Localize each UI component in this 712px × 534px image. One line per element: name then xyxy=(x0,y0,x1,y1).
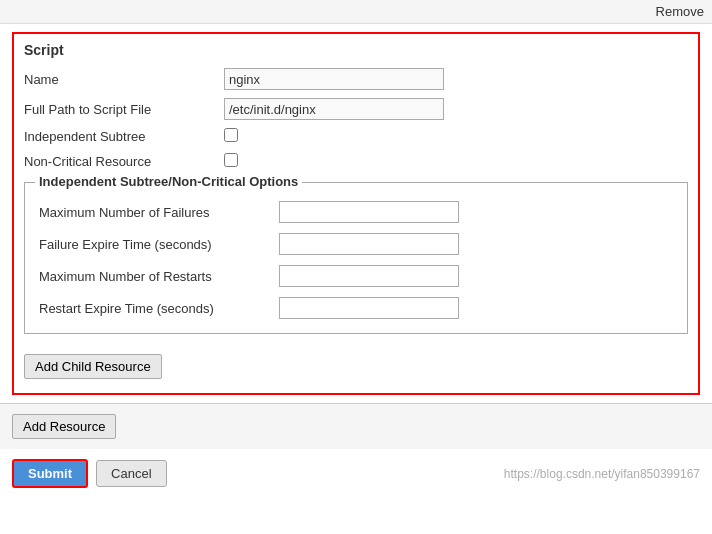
failure-expire-row: Failure Expire Time (seconds) xyxy=(39,233,673,255)
full-path-input[interactable] xyxy=(224,98,444,120)
add-resource-button[interactable]: Add Resource xyxy=(12,414,116,439)
max-restarts-row: Maximum Number of Restarts xyxy=(39,265,673,287)
top-bar: Remove xyxy=(0,0,712,24)
max-restarts-label: Maximum Number of Restarts xyxy=(39,269,279,284)
name-label: Name xyxy=(24,72,224,87)
restart-expire-label: Restart Expire Time (seconds) xyxy=(39,301,279,316)
max-failures-input[interactable] xyxy=(279,201,459,223)
non-critical-checkbox[interactable] xyxy=(224,153,238,167)
independent-subtree-checkbox[interactable] xyxy=(224,128,238,142)
name-value xyxy=(224,68,688,90)
cancel-button[interactable]: Cancel xyxy=(96,460,166,487)
page-wrapper: Remove Script Name Full Path to Script F… xyxy=(0,0,712,534)
non-critical-row: Non-Critical Resource xyxy=(24,153,688,170)
restart-expire-row: Restart Expire Time (seconds) xyxy=(39,297,673,319)
remove-link[interactable]: Remove xyxy=(656,4,704,19)
non-critical-value xyxy=(224,153,688,170)
name-field-row: Name xyxy=(24,68,688,90)
name-input[interactable] xyxy=(224,68,444,90)
non-critical-label: Non-Critical Resource xyxy=(24,154,224,169)
submit-button[interactable]: Submit xyxy=(12,459,88,488)
options-group: Independent Subtree/Non-Critical Options… xyxy=(24,182,688,334)
bottom-bar: Add Resource xyxy=(0,403,712,449)
action-bar: Submit Cancel https://blog.csdn.net/yifa… xyxy=(0,449,712,498)
failure-expire-label: Failure Expire Time (seconds) xyxy=(39,237,279,252)
independent-subtree-row: Independent Subtree xyxy=(24,128,688,145)
watermark: https://blog.csdn.net/yifan850399167 xyxy=(504,467,700,481)
max-failures-label: Maximum Number of Failures xyxy=(39,205,279,220)
restart-expire-input[interactable] xyxy=(279,297,459,319)
independent-subtree-value xyxy=(224,128,688,145)
script-section: Script Name Full Path to Script File Ind… xyxy=(12,32,700,395)
script-title: Script xyxy=(24,42,688,58)
full-path-field-row: Full Path to Script File xyxy=(24,98,688,120)
add-child-resource-button[interactable]: Add Child Resource xyxy=(24,354,162,379)
max-restarts-input[interactable] xyxy=(279,265,459,287)
failure-expire-input[interactable] xyxy=(279,233,459,255)
full-path-label: Full Path to Script File xyxy=(24,102,224,117)
options-group-legend: Independent Subtree/Non-Critical Options xyxy=(35,174,302,189)
full-path-value xyxy=(224,98,688,120)
independent-subtree-label: Independent Subtree xyxy=(24,129,224,144)
max-failures-row: Maximum Number of Failures xyxy=(39,201,673,223)
